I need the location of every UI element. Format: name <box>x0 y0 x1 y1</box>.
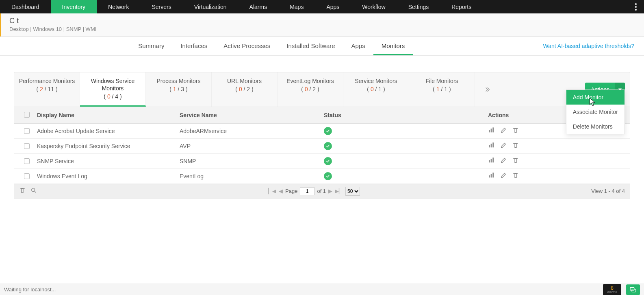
monitor-type-tab[interactable]: Process Monitors( 1 / 3 ) <box>146 72 212 107</box>
monitor-type-tab[interactable]: URL Monitors( 0 / 2 ) <box>212 72 278 107</box>
monitor-type-count: ( 0 / 2 ) <box>281 85 340 93</box>
device-subtitle: Desktop | Windows 10 | SNMP | WMI <box>9 26 634 32</box>
nav-more-icon[interactable] <box>628 0 644 13</box>
delete-selected-icon[interactable] <box>19 187 26 195</box>
svg-point-12 <box>32 188 35 192</box>
edit-icon[interactable] <box>500 127 507 135</box>
alarm-badge[interactable]: 8 Alarms <box>603 284 621 295</box>
monitor-type-tab[interactable]: Service Monitors( 0 / 1 ) <box>343 72 409 107</box>
chart-icon[interactable] <box>488 172 494 180</box>
edit-icon[interactable] <box>500 157 507 165</box>
alarm-label: Alarms <box>607 291 617 294</box>
monitor-type-label: Windows Service Monitors <box>91 78 134 92</box>
delete-icon[interactable] <box>512 142 519 150</box>
ai-thresholds-link[interactable]: Want AI-based adaptive thresholds? <box>543 43 634 49</box>
status-text: Waiting for localhost... <box>4 286 56 293</box>
alarm-count: 8 <box>611 286 614 291</box>
delete-icon[interactable] <box>512 172 519 180</box>
edit-icon[interactable] <box>500 142 507 150</box>
chart-icon[interactable] <box>488 157 494 165</box>
monitor-type-tab[interactable]: Windows Service Monitors( 0 / 4 ) <box>80 72 146 107</box>
subtab-interfaces[interactable]: Interfaces <box>172 37 215 55</box>
svg-rect-0 <box>489 130 490 132</box>
nav-maps[interactable]: Maps <box>278 0 315 13</box>
subtabs: Summary Interfaces Active Processes Inst… <box>130 37 413 55</box>
nav-inventory[interactable]: Inventory <box>51 0 97 13</box>
monitor-type-label: EventLog Monitors <box>286 78 334 84</box>
monitor-types-more-icon[interactable] <box>475 72 499 107</box>
col-header-display-name[interactable]: Display Name <box>35 112 180 118</box>
nav-workflow[interactable]: Workflow <box>351 0 397 13</box>
monitor-type-tabs: Performance Monitors( 2 / 11 )Windows Se… <box>14 72 630 107</box>
cell-display-name: Windows Event Log <box>35 173 180 179</box>
svg-rect-4 <box>491 144 492 147</box>
chart-icon[interactable] <box>488 142 494 150</box>
monitor-type-count: ( 1 / 1 ) <box>412 85 471 93</box>
page-next-icon[interactable]: ▶ <box>328 188 332 194</box>
nav-network[interactable]: Network <box>97 0 140 13</box>
page-prev-icon[interactable]: ◀ <box>279 188 283 194</box>
nav-apps[interactable]: Apps <box>315 0 351 13</box>
page-input[interactable] <box>300 187 314 195</box>
row-checkbox[interactable] <box>24 158 30 164</box>
monitor-type-count: ( 1 / 3 ) <box>149 85 208 93</box>
row-checkbox[interactable] <box>24 143 30 149</box>
col-header-service-name[interactable]: Service Name <box>180 112 324 118</box>
cell-service-name: SNMP <box>180 158 324 164</box>
subtab-installed-software[interactable]: Installed Software <box>278 37 343 55</box>
actions-menu-item[interactable]: Associate Monitor <box>566 105 624 119</box>
monitor-type-label: Performance Monitors <box>19 78 75 84</box>
monitor-type-tab[interactable]: Performance Monitors( 2 / 11 ) <box>14 72 80 107</box>
table-row[interactable]: Adobe Acrobat Update ServiceAdobeARMserv… <box>14 124 630 139</box>
monitor-type-tab[interactable]: File Monitors( 1 / 1 ) <box>409 72 475 107</box>
page-first-icon[interactable]: ▏◀ <box>268 188 276 194</box>
svg-rect-7 <box>491 159 492 162</box>
monitor-type-count: ( 0 / 4 ) <box>83 93 142 100</box>
row-checkbox[interactable] <box>24 173 30 179</box>
nav-dashboard[interactable]: Dashboard <box>0 0 51 13</box>
subtabs-row: Summary Interfaces Active Processes Inst… <box>0 37 644 56</box>
select-all-checkbox[interactable] <box>24 112 30 118</box>
nav-servers[interactable]: Servers <box>140 0 182 13</box>
monitor-type-count: ( 2 / 11 ) <box>17 85 76 93</box>
subtab-active-processes[interactable]: Active Processes <box>215 37 278 55</box>
nav-virtualization[interactable]: Virtualization <box>183 0 238 13</box>
row-checkbox[interactable] <box>24 128 30 134</box>
col-header-status[interactable]: Status <box>324 112 478 118</box>
chat-button[interactable] <box>626 284 640 295</box>
subtab-monitors[interactable]: Monitors <box>373 37 413 55</box>
svg-rect-1 <box>491 129 492 132</box>
svg-rect-10 <box>491 174 492 177</box>
cell-service-name: AVP <box>180 143 324 149</box>
cell-service-name: AdobeARMservice <box>180 128 324 134</box>
actions-menu-item[interactable]: Add Monitor <box>566 90 624 105</box>
status-ok-icon <box>324 172 332 180</box>
table-row[interactable]: Windows Event LogEventLog <box>14 169 630 184</box>
table-row[interactable]: SNMP ServiceSNMP <box>14 154 630 169</box>
page-label: Page <box>285 188 297 194</box>
actions-menu-item[interactable]: Delete Monitors <box>566 119 624 134</box>
svg-rect-8 <box>492 157 494 162</box>
monitor-type-count: ( 0 / 2 ) <box>215 85 274 93</box>
actions-menu: Add MonitorAssociate MonitorDelete Monit… <box>566 90 625 134</box>
svg-rect-3 <box>489 145 490 147</box>
nav-reports[interactable]: Reports <box>440 0 483 13</box>
page-last-icon[interactable]: ▶▏ <box>335 188 343 194</box>
edit-icon[interactable] <box>500 172 507 180</box>
top-nav: Dashboard Inventory Network Servers Virt… <box>0 0 644 13</box>
table-row[interactable]: Kaspersky Endpoint Security ServiceAVP <box>14 139 630 154</box>
chart-icon[interactable] <box>488 127 494 135</box>
subtab-summary[interactable]: Summary <box>130 37 172 55</box>
page-size-select[interactable]: 50 <box>345 187 360 196</box>
nav-settings[interactable]: Settings <box>397 0 440 13</box>
subtab-apps[interactable]: Apps <box>343 37 373 55</box>
delete-icon[interactable] <box>512 157 519 165</box>
status-ok-icon <box>324 127 332 135</box>
search-icon[interactable] <box>30 187 37 195</box>
monitor-type-tab[interactable]: EventLog Monitors( 0 / 2 ) <box>278 72 343 107</box>
page-of-label: of 1 <box>317 188 326 194</box>
nav-alarms[interactable]: Alarms <box>238 0 279 13</box>
cell-display-name: SNMP Service <box>35 158 180 164</box>
delete-icon[interactable] <box>512 127 519 135</box>
monitor-type-label: File Monitors <box>425 78 458 84</box>
